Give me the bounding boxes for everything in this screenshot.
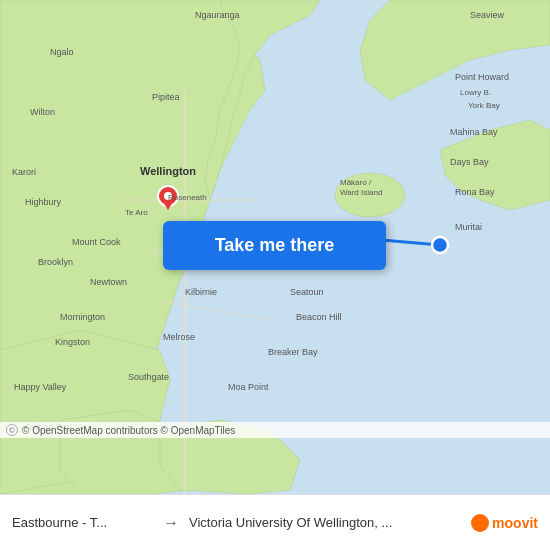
svg-text:Kilbirnie: Kilbirnie <box>185 287 217 297</box>
svg-text:Mākaro /: Mākaro / <box>340 178 372 187</box>
route-to: Victoria University Of Wellington, ... <box>189 515 471 530</box>
svg-text:Seatoun: Seatoun <box>290 287 324 297</box>
moovit-circle-icon <box>471 514 489 532</box>
svg-text:Brooklyn: Brooklyn <box>38 257 73 267</box>
svg-text:Newtown: Newtown <box>90 277 127 287</box>
svg-text:Breaker Bay: Breaker Bay <box>268 347 318 357</box>
svg-text:Wilton: Wilton <box>30 107 55 117</box>
svg-text:Wellington: Wellington <box>140 165 196 177</box>
svg-text:Roseneath: Roseneath <box>168 193 207 202</box>
svg-text:Muritai: Muritai <box>455 222 482 232</box>
app-container: Ngauranga Seaview Ngalo Point Howard Low… <box>0 0 550 550</box>
svg-text:Mornington: Mornington <box>60 312 105 322</box>
svg-text:Ngauranga: Ngauranga <box>195 10 240 20</box>
moovit-logo: moovit <box>471 514 538 532</box>
svg-text:Karori: Karori <box>12 167 36 177</box>
map-attribution: © © OpenStreetMap contributors © OpenMap… <box>0 422 550 438</box>
svg-text:Melrose: Melrose <box>163 332 195 342</box>
map-area: Ngauranga Seaview Ngalo Point Howard Low… <box>0 0 550 494</box>
svg-text:Te Aro: Te Aro <box>125 208 148 217</box>
take-me-there-button[interactable]: Take me there <box>163 221 386 270</box>
svg-text:Pipitea: Pipitea <box>152 92 180 102</box>
moovit-brand-name: moovit <box>492 515 538 531</box>
svg-text:Ward Island: Ward Island <box>340 188 382 197</box>
svg-text:Southgate: Southgate <box>128 372 169 382</box>
route-from: Eastbourne - T... <box>12 515 153 530</box>
svg-text:Lowry B.: Lowry B. <box>460 88 491 97</box>
svg-text:Mahina Bay: Mahina Bay <box>450 127 498 137</box>
svg-text:Rona Bay: Rona Bay <box>455 187 495 197</box>
svg-text:Seaview: Seaview <box>470 10 505 20</box>
osm-icon: © <box>6 424 18 436</box>
svg-text:Days Bay: Days Bay <box>450 157 489 167</box>
route-arrow-icon: → <box>153 514 189 532</box>
svg-text:Mount Cook: Mount Cook <box>72 237 121 247</box>
attribution-text: © OpenStreetMap contributors © OpenMapTi… <box>22 425 235 436</box>
svg-text:York Bay: York Bay <box>468 101 500 110</box>
svg-point-16 <box>432 237 448 253</box>
svg-text:Happy Valley: Happy Valley <box>14 382 67 392</box>
svg-text:Point Howard: Point Howard <box>455 72 509 82</box>
svg-text:Beacon Hill: Beacon Hill <box>296 312 342 322</box>
svg-text:Moa Point: Moa Point <box>228 382 269 392</box>
svg-text:Highbury: Highbury <box>25 197 62 207</box>
svg-text:Ngalo: Ngalo <box>50 47 74 57</box>
svg-text:Kingston: Kingston <box>55 337 90 347</box>
bottom-bar: Eastbourne - T... → Victoria University … <box>0 494 550 550</box>
